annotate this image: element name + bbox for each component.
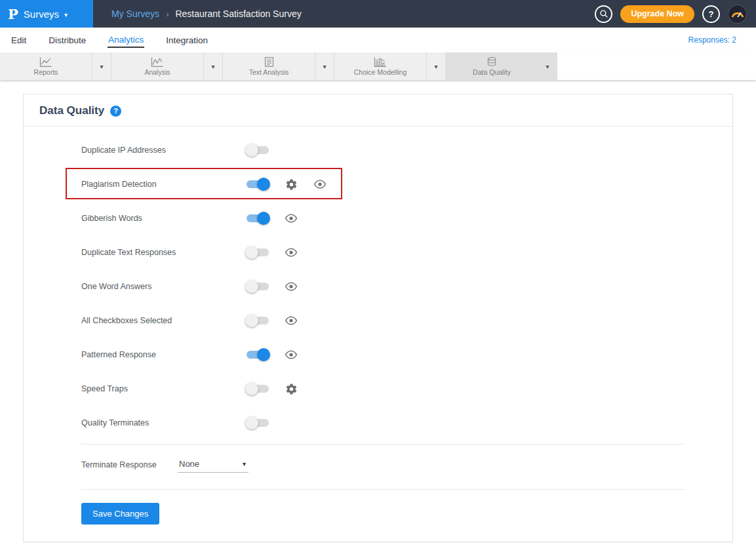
nav-item-distribute[interactable]: Distribute bbox=[48, 33, 87, 47]
nav-item-analytics[interactable]: Analytics bbox=[108, 33, 144, 48]
eye-icon[interactable] bbox=[285, 246, 298, 259]
product-name: Surveys bbox=[24, 9, 59, 20]
breadcrumb-my-surveys[interactable]: My Surveys bbox=[111, 9, 159, 19]
terminate-response-row: Terminate Response None ▾ bbox=[24, 445, 732, 485]
tab-analysis: Analysis ▾ bbox=[111, 52, 223, 80]
eye-icon[interactable] bbox=[285, 280, 298, 293]
tab-data-quality-dropdown[interactable]: ▾ bbox=[538, 52, 557, 80]
row-controls bbox=[247, 146, 269, 154]
chevron-down-icon: ▾ bbox=[323, 63, 326, 70]
upgrade-now-button[interactable]: Upgrade Now bbox=[620, 5, 694, 23]
gear-icon[interactable] bbox=[285, 382, 298, 395]
setting-row: Gibberish Words bbox=[24, 201, 732, 235]
setting-label: Speed Traps bbox=[81, 384, 247, 393]
eye-icon[interactable] bbox=[313, 178, 327, 191]
data-quality-help-icon[interactable]: ? bbox=[110, 106, 121, 117]
save-section: Save Changes bbox=[24, 490, 732, 540]
setting-label: Quality Terminates bbox=[81, 418, 247, 427]
setting-label: Gibberish Words bbox=[81, 214, 247, 223]
row-controls bbox=[247, 280, 298, 293]
setting-toggle[interactable] bbox=[247, 283, 269, 290]
tab-analysis-button[interactable]: Analysis bbox=[111, 52, 203, 80]
settings-list: Duplicate IP Addresses Plagiarism Detect… bbox=[24, 127, 732, 440]
setting-label: One Word Answers bbox=[81, 282, 247, 291]
terminate-response-select[interactable]: None ▾ bbox=[178, 457, 249, 473]
tab-text-analysis-button[interactable]: Text Analysis bbox=[223, 52, 315, 80]
row-controls bbox=[247, 382, 298, 395]
database-icon bbox=[486, 56, 498, 68]
setting-label: Patterned Response bbox=[81, 350, 247, 359]
analytics-toolbar: Reports ▾ Analysis ▾ Text Analysis ▾ Cho… bbox=[0, 52, 756, 80]
selected-value: None bbox=[179, 459, 199, 469]
tab-label: Analysis bbox=[144, 68, 170, 76]
setting-row: Duplicate Text Responses bbox=[24, 235, 732, 269]
line-chart-icon bbox=[39, 56, 53, 68]
trend-chart-icon bbox=[150, 56, 165, 68]
setting-toggle[interactable] bbox=[247, 385, 269, 393]
help-button[interactable]: ? bbox=[702, 5, 720, 23]
gear-icon[interactable] bbox=[285, 178, 298, 191]
topbar: P Surveys ▾ My Surveys › Restaurant Sati… bbox=[0, 0, 756, 28]
setting-row: Quality Terminates bbox=[24, 406, 732, 440]
tab-analysis-dropdown[interactable]: ▾ bbox=[203, 52, 223, 80]
save-changes-button[interactable]: Save Changes bbox=[81, 503, 159, 524]
tab-choice-modelling-button[interactable]: Choice Modelling bbox=[334, 52, 426, 80]
tab-reports-button[interactable]: Reports bbox=[0, 52, 92, 80]
row-controls bbox=[247, 314, 298, 327]
chevron-down-icon: ▾ bbox=[546, 63, 549, 70]
avatar[interactable] bbox=[728, 5, 747, 24]
responses-count[interactable]: Responses: 2 bbox=[688, 35, 746, 45]
eye-icon[interactable] bbox=[285, 348, 298, 361]
bar-line-chart-icon bbox=[373, 56, 388, 68]
data-quality-panel: Data Quality ? Duplicate IP Addresses Pl… bbox=[23, 94, 733, 542]
tab-reports-dropdown[interactable]: ▾ bbox=[92, 52, 111, 80]
setting-row: All Checkboxes Selected bbox=[24, 304, 732, 338]
setting-toggle[interactable] bbox=[247, 180, 269, 188]
setting-row: Plagiarism Detection bbox=[24, 167, 732, 201]
avatar-gauge-icon bbox=[728, 5, 747, 24]
setting-row: One Word Answers bbox=[24, 269, 732, 304]
breadcrumb-separator-icon: › bbox=[166, 9, 169, 19]
setting-label: Plagiarism Detection bbox=[81, 180, 247, 189]
row-controls bbox=[247, 178, 327, 191]
tab-text-analysis-dropdown[interactable]: ▾ bbox=[315, 52, 334, 80]
setting-label: Duplicate Text Responses bbox=[81, 248, 247, 257]
setting-row: Duplicate IP Addresses bbox=[24, 133, 732, 167]
setting-label: Duplicate IP Addresses bbox=[81, 146, 247, 155]
search-icon bbox=[599, 9, 608, 18]
chevron-down-icon: ▾ bbox=[64, 11, 68, 18]
tab-choice-modelling-dropdown[interactable]: ▾ bbox=[426, 52, 446, 80]
eye-icon[interactable] bbox=[285, 314, 298, 327]
setting-label: All Checkboxes Selected bbox=[81, 316, 247, 325]
tab-text-analysis: Text Analysis ▾ bbox=[223, 52, 334, 80]
chevron-down-icon: ▾ bbox=[211, 63, 214, 70]
app-logo[interactable]: P Surveys ▾ bbox=[0, 0, 93, 28]
breadcrumb: My Surveys › Restaurant Satisfaction Sur… bbox=[111, 9, 302, 19]
row-controls bbox=[247, 348, 298, 361]
setting-toggle[interactable] bbox=[247, 146, 269, 154]
tab-reports: Reports ▾ bbox=[0, 52, 111, 80]
row-controls bbox=[247, 246, 298, 259]
nav-item-edit[interactable]: Edit bbox=[10, 33, 27, 47]
toolbar-filler bbox=[557, 52, 756, 80]
page-title: Data Quality bbox=[39, 104, 104, 117]
row-controls bbox=[247, 212, 298, 225]
chevron-down-icon: ▾ bbox=[243, 460, 246, 467]
tab-choice-modelling: Choice Modelling ▾ bbox=[334, 52, 446, 80]
terminate-response-label: Terminate Response bbox=[81, 460, 178, 469]
topbar-actions: Upgrade Now ? bbox=[595, 5, 756, 24]
setting-toggle[interactable] bbox=[247, 317, 269, 325]
setting-toggle[interactable] bbox=[247, 351, 269, 359]
survey-title: Restaurant Satisfaction Survey bbox=[175, 9, 301, 19]
text-table-icon bbox=[264, 56, 275, 68]
tab-data-quality-button[interactable]: Data Quality bbox=[446, 52, 538, 80]
setting-toggle[interactable] bbox=[247, 214, 269, 222]
setting-toggle[interactable] bbox=[247, 419, 269, 427]
eye-icon[interactable] bbox=[285, 212, 298, 225]
setting-row: Patterned Response bbox=[24, 338, 732, 372]
chevron-down-icon: ▾ bbox=[100, 63, 103, 70]
search-button[interactable] bbox=[595, 5, 612, 23]
setting-toggle[interactable] bbox=[247, 248, 269, 256]
tab-label: Data Quality bbox=[473, 68, 511, 76]
nav-item-integration[interactable]: Integration bbox=[165, 33, 209, 47]
